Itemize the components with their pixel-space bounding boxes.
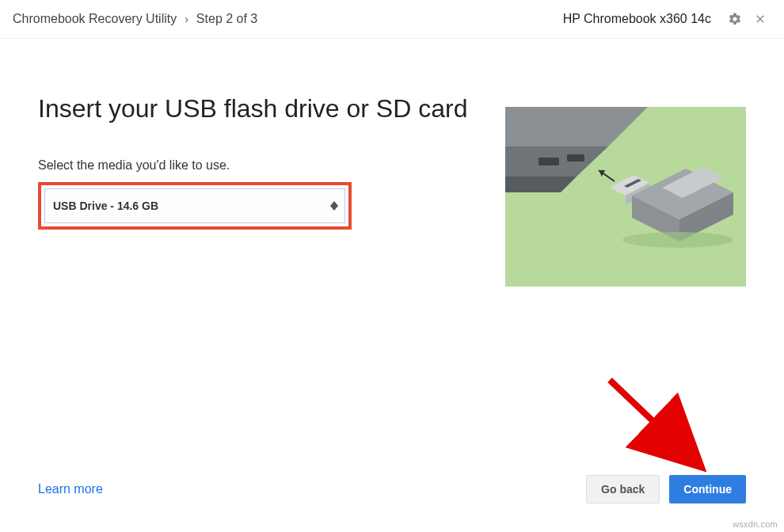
close-button[interactable]	[749, 8, 771, 30]
page-title: Insert your USB flash drive or SD card	[38, 94, 505, 124]
chevron-right-icon: ›	[185, 13, 188, 25]
highlight-frame: USB Drive - 14.6 GB	[38, 182, 352, 230]
instruction-text: Select the media you'd like to use.	[38, 158, 505, 173]
usb-illustration	[505, 107, 746, 287]
step-indicator: Step 2 of 3	[196, 12, 257, 26]
continue-button[interactable]: Continue	[669, 475, 746, 504]
svg-rect-4	[539, 158, 559, 165]
gear-icon	[728, 12, 742, 26]
stepper-icon	[330, 201, 338, 211]
learn-more-link[interactable]: Learn more	[38, 482, 103, 496]
app-title: Chromebook Recovery Utility	[13, 12, 177, 26]
arrow-annotation	[602, 372, 729, 483]
go-back-button[interactable]: Go back	[586, 475, 660, 504]
close-icon	[754, 13, 767, 25]
svg-line-16	[610, 380, 693, 459]
device-name: HP Chromebook x360 14c	[563, 12, 711, 26]
title-bar: Chromebook Recovery Utility › Step 2 of …	[0, 0, 784, 39]
watermark-text: wsxdn.com	[733, 519, 778, 529]
svg-rect-5	[567, 154, 584, 162]
media-dropdown[interactable]: USB Drive - 14.6 GB	[44, 188, 345, 223]
media-dropdown-value: USB Drive - 14.6 GB	[53, 200, 158, 212]
svg-point-14	[622, 232, 733, 248]
settings-button[interactable]	[724, 8, 746, 30]
main-form: Insert your USB flash drive or SD card S…	[38, 75, 505, 287]
